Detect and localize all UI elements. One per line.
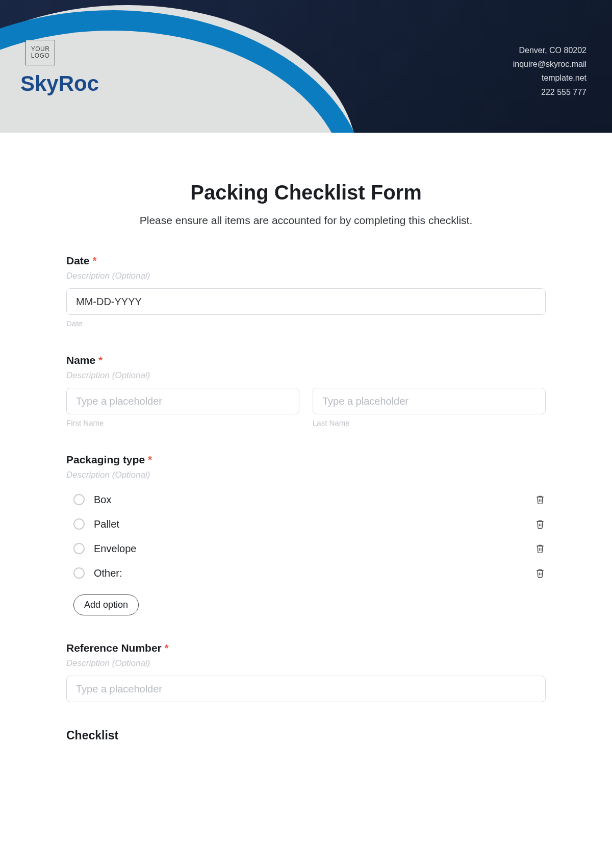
reference-label-text: Reference Number	[66, 642, 162, 654]
date-label-text: Date	[66, 255, 90, 266]
first-name-input[interactable]	[66, 388, 299, 414]
company-name: SkyRoc	[20, 71, 99, 96]
radio-icon[interactable]	[73, 494, 85, 505]
packaging-label-text: Packaging type	[66, 454, 145, 465]
packaging-option-label[interactable]: Box	[94, 494, 111, 506]
packaging-option-label[interactable]: Pallet	[94, 518, 119, 530]
trash-icon[interactable]	[534, 518, 546, 530]
form-title: Packing Checklist Form	[66, 181, 546, 204]
form-subtitle: Please ensure all items are accounted fo…	[66, 214, 546, 227]
reference-desc-hint[interactable]: Description (Optional)	[66, 658, 546, 668]
packaging-option-row: Pallet	[73, 512, 546, 536]
contact-info: Denver, CO 80202 inquire@skyroc.mail tem…	[513, 43, 586, 99]
logo-area: YOUR LOGO	[26, 40, 55, 65]
first-name-sublabel: First Name	[66, 418, 299, 427]
packaging-option-label[interactable]: Envelope	[94, 543, 136, 555]
field-packaging: Packaging type * Description (Optional) …	[66, 454, 546, 615]
trash-icon[interactable]	[534, 493, 546, 506]
radio-icon[interactable]	[73, 567, 85, 579]
name-label: Name *	[66, 354, 546, 366]
checklist-heading: Checklist	[66, 729, 546, 742]
packaging-option-row: Envelope	[73, 536, 546, 561]
name-desc-hint[interactable]: Description (Optional)	[66, 370, 546, 381]
contact-address: Denver, CO 80202	[513, 43, 586, 57]
packaging-desc-hint[interactable]: Description (Optional)	[66, 470, 546, 480]
reference-label: Reference Number *	[66, 642, 546, 654]
add-option-button[interactable]: Add option	[73, 594, 139, 615]
trash-icon[interactable]	[534, 542, 546, 555]
date-label: Date *	[66, 255, 546, 267]
packaging-options-list: BoxPalletEnvelopeOther:	[66, 487, 546, 585]
reference-input[interactable]	[66, 676, 546, 702]
radio-icon[interactable]	[73, 518, 85, 530]
contact-phone: 222 555 777	[513, 85, 586, 99]
field-reference: Reference Number * Description (Optional…	[66, 642, 546, 702]
last-name-input[interactable]	[313, 388, 546, 414]
packaging-option-row: Box	[73, 487, 546, 512]
name-label-text: Name	[66, 354, 95, 366]
field-name: Name * Description (Optional) First Name…	[66, 354, 546, 427]
date-input[interactable]	[66, 288, 546, 315]
required-asterisk: *	[92, 255, 96, 266]
date-sublabel: Date	[66, 319, 546, 328]
required-asterisk: *	[98, 354, 103, 366]
packaging-option-label[interactable]: Other:	[94, 567, 122, 579]
trash-icon[interactable]	[534, 567, 546, 579]
logo-line2: LOGO	[31, 53, 50, 59]
logo-placeholder: YOUR LOGO	[26, 40, 55, 65]
last-name-sublabel: Last Name	[313, 418, 546, 427]
form-container: Packing Checklist Form Please ensure all…	[0, 133, 612, 763]
field-date: Date * Description (Optional) Date	[66, 255, 546, 328]
contact-email: inquire@skyroc.mail	[513, 57, 586, 71]
required-asterisk: *	[165, 642, 169, 654]
required-asterisk: *	[148, 454, 152, 465]
date-desc-hint[interactable]: Description (Optional)	[66, 271, 546, 281]
contact-website: template.net	[513, 71, 586, 85]
header-banner: YOUR LOGO SkyRoc Denver, CO 80202 inquir…	[0, 0, 612, 133]
packaging-option-row: Other:	[73, 561, 546, 585]
radio-icon[interactable]	[73, 543, 85, 554]
packaging-label: Packaging type *	[66, 454, 546, 466]
